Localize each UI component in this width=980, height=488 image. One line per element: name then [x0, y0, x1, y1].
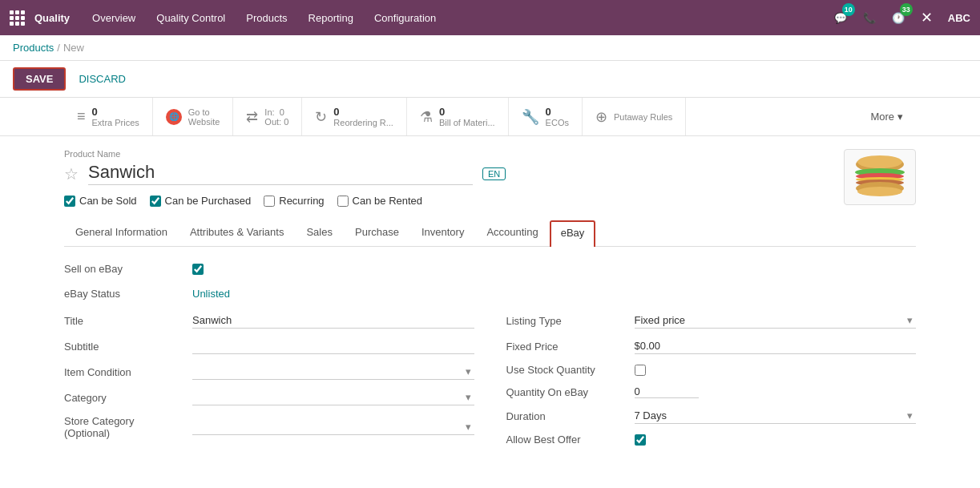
- item-condition-select[interactable]: [192, 364, 474, 380]
- listing-type-select-wrapper: Fixed price Auction: [635, 313, 917, 329]
- listing-type-select[interactable]: Fixed price Auction: [635, 313, 917, 329]
- main-menu: Overview Quality Control Products Report…: [83, 7, 826, 29]
- allow-best-offer-field: Allow Best Offer: [506, 434, 917, 446]
- tab-attributes-variants[interactable]: Attributes & Variants: [179, 220, 296, 246]
- category-label: Category: [64, 392, 192, 404]
- more-button[interactable]: More ▾: [857, 98, 916, 135]
- favorite-star-icon[interactable]: ☆: [64, 164, 79, 184]
- duration-select[interactable]: 7 Days 14 Days 30 Days: [635, 408, 917, 424]
- store-category-label: Store Category(Optional): [64, 415, 192, 439]
- can-be-sold-checkbox[interactable]: Can be Sold: [64, 195, 137, 207]
- sell-on-ebay-checkbox[interactable]: [192, 264, 204, 275]
- transfer-icon: ⇄: [246, 108, 258, 126]
- allow-best-offer-checkbox[interactable]: [635, 434, 646, 446]
- user-initials[interactable]: ABC: [948, 12, 970, 24]
- menu-quality-control[interactable]: Quality Control: [147, 7, 235, 29]
- ebay-form-left: Title Subtitle Item Condition C: [64, 313, 474, 455]
- qty-on-ebay-input[interactable]: [635, 385, 699, 398]
- tab-purchase[interactable]: Purchase: [344, 220, 410, 246]
- ecos-button[interactable]: 🔧 0 ECOs: [509, 98, 583, 135]
- topnav-icons: 💬 10 📞 🕐 33 ✕ ABC: [829, 6, 970, 29]
- menu-reporting[interactable]: Reporting: [299, 7, 363, 29]
- top-navigation: Quality Overview Quality Control Product…: [0, 0, 980, 35]
- can-be-purchased-checkbox[interactable]: Can be Purchased: [150, 195, 252, 207]
- subtitle-field: Subtitle: [64, 338, 474, 354]
- allow-best-offer-label: Allow Best Offer: [506, 434, 635, 446]
- svg-point-7: [857, 187, 902, 196]
- subtitle-label: Subtitle: [64, 341, 192, 353]
- product-name-input[interactable]: [88, 162, 473, 185]
- recurring-label: Recurring: [279, 195, 324, 207]
- clock-icon-btn[interactable]: 🕐 33: [887, 6, 909, 29]
- tab-sales[interactable]: Sales: [295, 220, 344, 246]
- qty-on-ebay-field: Quantity On eBay: [506, 385, 917, 398]
- ebay-status-field: eBay Status Unlisted: [64, 288, 916, 300]
- item-condition-label: Item Condition: [64, 366, 192, 378]
- in-out-button[interactable]: ⇄ In: 0 Out: 0: [233, 98, 302, 135]
- duration-select-wrapper: 7 Days 14 Days 30 Days: [635, 408, 917, 424]
- more-label: More: [870, 111, 894, 123]
- tab-ebay[interactable]: eBay: [550, 220, 596, 247]
- title-label: Title: [64, 315, 192, 327]
- main-content: Product Name ☆ EN Can be Sold Can be Pur…: [0, 136, 980, 488]
- fixed-price-field: Fixed Price: [506, 338, 917, 354]
- phone-icon-btn[interactable]: 📞: [858, 6, 881, 29]
- language-badge[interactable]: EN: [482, 167, 506, 180]
- store-category-select-wrapper: [192, 419, 474, 435]
- wrench-icon: 🔧: [522, 108, 539, 126]
- tab-general-information[interactable]: General Information: [64, 220, 179, 246]
- use-stock-qty-field: Use Stock Quantity: [506, 364, 917, 376]
- can-be-purchased-label: Can be Purchased: [165, 195, 252, 207]
- menu-configuration[interactable]: Configuration: [365, 7, 446, 29]
- use-stock-qty-label: Use Stock Quantity: [506, 364, 635, 376]
- close-icon-btn[interactable]: ✕: [916, 6, 938, 29]
- recurring-checkbox[interactable]: Recurring: [264, 195, 324, 207]
- listing-type-label: Listing Type: [506, 315, 635, 327]
- can-be-sold-label: Can be Sold: [79, 195, 137, 207]
- breadcrumb-parent[interactable]: Products: [13, 42, 54, 54]
- chat-badge: 10: [842, 3, 855, 16]
- phone-icon: 📞: [863, 12, 876, 24]
- app-grid-icon[interactable]: [10, 10, 25, 26]
- product-tabs: General Information Attributes & Variant…: [64, 220, 916, 247]
- close-icon: ✕: [921, 9, 933, 26]
- ebay-form-right: Listing Type Fixed price Auction Fixed P…: [506, 313, 917, 455]
- app-logo: Quality: [34, 12, 70, 24]
- category-select[interactable]: [192, 389, 474, 405]
- tab-accounting[interactable]: Accounting: [475, 220, 549, 246]
- activity-badge: 33: [900, 3, 913, 16]
- ebay-status-label: eBay Status: [64, 288, 192, 300]
- product-name-label: Product Name: [64, 149, 828, 159]
- store-category-select[interactable]: [192, 419, 474, 435]
- reordering-button[interactable]: ↻ 0 Reordering R...: [302, 98, 407, 135]
- title-field: Title: [64, 313, 474, 329]
- bom-button[interactable]: ⚗ 0 Bill of Materi...: [407, 98, 509, 135]
- save-button[interactable]: SAVE: [13, 67, 66, 91]
- menu-products[interactable]: Products: [236, 7, 296, 29]
- qty-on-ebay-label: Quantity On eBay: [506, 386, 635, 398]
- go-to-website-button[interactable]: 🌐 Go to Website: [153, 98, 234, 135]
- use-stock-qty-checkbox[interactable]: [635, 365, 646, 376]
- discard-button[interactable]: DISCARD: [72, 69, 132, 89]
- sell-on-ebay-field: Sell on eBay: [64, 263, 916, 275]
- title-input[interactable]: [192, 313, 474, 329]
- fixed-price-input[interactable]: [635, 338, 917, 354]
- extra-prices-button[interactable]: ≡ 0 Extra Prices: [64, 98, 153, 135]
- svg-point-1: [857, 155, 902, 168]
- menu-overview[interactable]: Overview: [83, 7, 145, 29]
- subtitle-input[interactable]: [192, 338, 474, 354]
- store-category-field: Store Category(Optional): [64, 415, 474, 439]
- chat-icon-btn[interactable]: 💬 10: [829, 6, 852, 29]
- can-be-rented-checkbox[interactable]: Can be Rented: [337, 195, 422, 207]
- product-image[interactable]: [844, 149, 916, 205]
- putaway-button[interactable]: ⊕ Putaway Rules: [583, 98, 686, 135]
- duration-label: Duration: [506, 410, 635, 422]
- duration-field: Duration 7 Days 14 Days 30 Days: [506, 408, 917, 424]
- tab-inventory[interactable]: Inventory: [410, 220, 475, 246]
- listing-type-field: Listing Type Fixed price Auction: [506, 313, 917, 329]
- category-field: Category: [64, 389, 474, 405]
- putaway-icon: ⊕: [595, 108, 607, 126]
- smart-buttons-bar: ≡ 0 Extra Prices 🌐 Go to Website ⇄ In: 0…: [0, 98, 980, 136]
- product-flags-row: Can be Sold Can be Purchased Recurring C…: [64, 195, 828, 207]
- product-name-row: ☆ EN: [64, 162, 828, 185]
